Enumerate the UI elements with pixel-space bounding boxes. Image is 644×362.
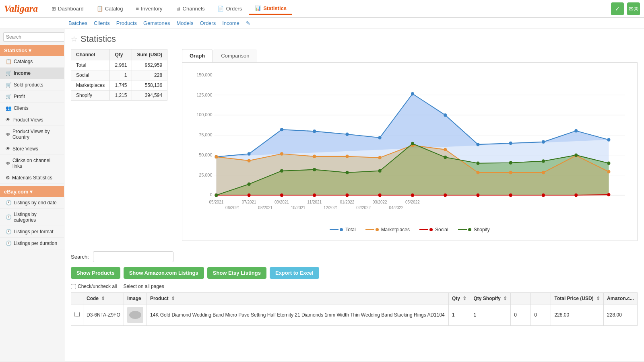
col-qty-shopify[interactable]: Qty Shopify ⇕ [470, 293, 511, 304]
svg-point-80 [542, 159, 545, 162]
legend-shopify-label: Shopify [474, 227, 490, 232]
nav-orders[interactable]: 📄 Orders [212, 3, 248, 15]
show-products-button[interactable]: Show Products [71, 267, 120, 279]
chart-legend: Total Marketplaces [190, 227, 629, 232]
edit-icon[interactable]: ✎ [246, 20, 250, 26]
search-label: Search: [71, 254, 89, 260]
sidebar-item-sold-products[interactable]: 🛒 Sold products [0, 79, 64, 91]
subnav-gemstones[interactable]: Gemstones [143, 19, 170, 27]
subnav-income[interactable]: Income [222, 19, 239, 27]
subnav-batches[interactable]: Batches [68, 19, 87, 27]
svg-text:05/2021: 05/2021 [209, 200, 224, 204]
svg-point-34 [313, 130, 316, 133]
sidebar-item-listings-duration[interactable]: 🕐 Listings per duration [0, 238, 64, 249]
row-checkbox[interactable] [74, 312, 80, 317]
nav-inventory[interactable]: ≡ Inventory [130, 3, 168, 15]
materials-icon: ⚙ [6, 175, 10, 181]
select-all-pages-label[interactable]: Select on all pages [123, 284, 164, 289]
nav-statistics[interactable]: 📊 Statistics [249, 3, 292, 15]
ebay-section-label: eBay.com ▾ [4, 189, 33, 195]
summary-qty: 1,215 [110, 90, 132, 101]
summary-table-row: Social 1 228 [71, 70, 167, 80]
sidebar-item-clicks-channel[interactable]: 👁 Clicks on channel links [0, 155, 64, 172]
tab-comparison[interactable]: Comparison [213, 49, 257, 62]
col-total-price[interactable]: Total Price (USD) ⇕ [551, 293, 604, 304]
subnav-models[interactable]: Models [177, 19, 194, 27]
svg-point-63 [411, 193, 414, 197]
sidebar-item-product-views[interactable]: 👁 Product Views [0, 114, 64, 126]
svg-text:0: 0 [210, 192, 212, 197]
sidebar-item-listings-end-date[interactable]: 🕐 Listings by end date [0, 197, 64, 209]
sidebar-item-income[interactable]: 🛒 Income [0, 68, 64, 79]
sidebar-item-materials[interactable]: ⚙ Materials Statistics [0, 172, 64, 184]
sort-total-price-icon: ⇕ [596, 296, 600, 301]
search-field[interactable] [93, 251, 173, 262]
row-qty-shopify: 1 [470, 304, 511, 326]
check-icon-button[interactable]: ✓ [611, 2, 624, 15]
sidebar-item-listings-categories[interactable]: 🕐 Listings by categories [0, 209, 64, 226]
svg-text:150,000: 150,000 [196, 72, 212, 77]
row-qty: 1 [449, 304, 470, 326]
clients-icon: 👥 [6, 105, 12, 111]
chart-container: 0 25,000 50,000 75,000 100,000 125,000 1… [182, 63, 638, 241]
search-row: Search: [71, 251, 638, 262]
export-excel-button[interactable]: Export to Excel [270, 267, 319, 279]
sidebar-section-ebay[interactable]: eBay.com ▾ [0, 186, 64, 197]
sidebar-item-clients[interactable]: 👥 Clients [0, 103, 64, 114]
sidebar-section-statistics[interactable]: Statistics ▾ [0, 45, 64, 56]
svg-point-59 [280, 193, 283, 197]
subnav-products[interactable]: Products [116, 19, 137, 27]
summary-sum: 952,959 [132, 60, 167, 70]
mail-icon-button[interactable]: ✉ (0) [627, 2, 640, 15]
sold-products-icon: 🛒 [6, 82, 12, 88]
svg-point-53 [509, 171, 512, 174]
check-uncheck-all-label[interactable]: Check/uncheck all [71, 284, 117, 289]
product-views-icon: 👁 [6, 117, 10, 123]
svg-point-74 [345, 171, 349, 174]
sidebar-item-product-views-country[interactable]: 👁 Product Views by Country [0, 126, 64, 143]
catalogs-icon: 📋 [6, 59, 12, 64]
nav-channels[interactable]: 🖥 Channels [170, 3, 211, 15]
show-etsy-button[interactable]: Show Etsy Listings [207, 267, 266, 279]
svg-point-33 [280, 128, 283, 131]
col-qty[interactable]: Qty ⇕ [449, 293, 470, 304]
table-row: D3-6NTA-Z9FO 14K Gold Diamond Wedding Ba… [71, 304, 638, 326]
nav-catalog[interactable]: 📋 Catalog [91, 3, 129, 15]
sidebar-item-store-views[interactable]: 👁 Store Views [0, 143, 64, 155]
summary-sum: 228 [132, 70, 167, 80]
svg-point-81 [574, 153, 578, 156]
legend-shopify: Shopify [458, 227, 490, 232]
search-input[interactable] [3, 32, 64, 42]
summary-channel: Shopify [71, 90, 110, 101]
svg-text:06/2021: 06/2021 [225, 206, 240, 210]
sidebar-item-listings-format[interactable]: 🕐 Listings per format [0, 226, 64, 238]
col-product[interactable]: Product ⇕ [147, 293, 449, 304]
svg-text:01/2022: 01/2022 [340, 200, 355, 204]
star-icon[interactable]: ☆ [71, 35, 77, 43]
catalog-icon: 📋 [97, 6, 103, 12]
sidebar: ◀ Statistics ▾ 📋 Catalogs 🛒 Income 🛒 Sol… [0, 29, 64, 361]
legend-social: Social [419, 227, 448, 232]
svg-point-68 [574, 193, 578, 197]
svg-point-72 [280, 169, 283, 173]
sort-qty-icon: ⇕ [462, 296, 466, 301]
product-image-inner [129, 311, 141, 319]
col-code[interactable]: Code ⇕ [83, 293, 124, 304]
show-amazon-button[interactable]: Show Amazon.com Listings [124, 267, 204, 279]
svg-point-32 [248, 152, 251, 155]
sort-code-icon: ⇕ [101, 296, 105, 301]
layout: ◀ Statistics ▾ 📋 Catalogs 🛒 Income 🛒 Sol… [0, 29, 644, 361]
logo[interactable]: Valigara [4, 3, 38, 14]
nav-dashboard[interactable]: ⊞ Dashboard [46, 3, 89, 15]
sidebar-item-catalogs[interactable]: 📋 Catalogs [0, 56, 64, 68]
svg-point-41 [542, 140, 545, 144]
svg-text:100,000: 100,000 [196, 112, 212, 117]
tab-graph[interactable]: Graph [182, 49, 213, 62]
svg-point-36 [378, 136, 382, 139]
subnav-clients[interactable]: Clients [94, 19, 110, 27]
main-content: ☆ Statistics Channel Qty Sum (USD) Tot [64, 29, 644, 361]
summary-sum: 558,136 [132, 80, 167, 90]
check-uncheck-all-checkbox[interactable] [71, 284, 76, 289]
subnav-orders[interactable]: Orders [200, 19, 216, 27]
sidebar-item-profit[interactable]: 🛒 Profit [0, 91, 64, 103]
